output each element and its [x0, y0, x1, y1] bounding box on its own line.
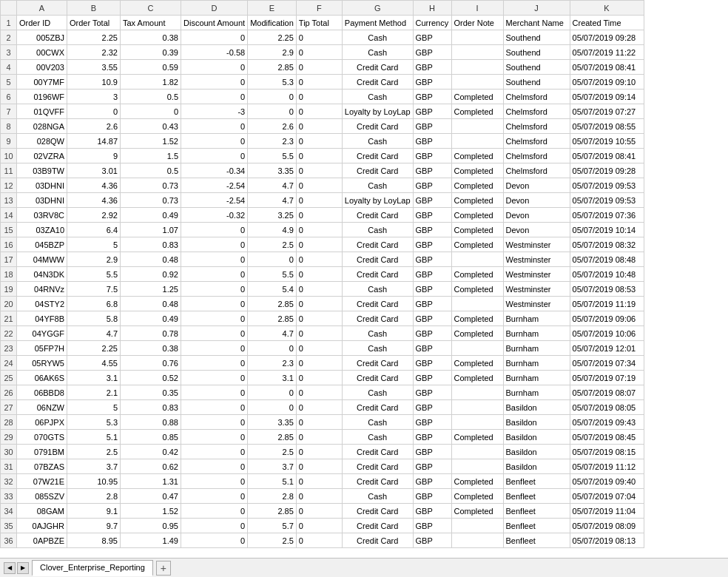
cell[interactable]: 045BZP	[17, 237, 67, 252]
cell[interactable]: 2.5	[248, 533, 297, 548]
cell[interactable]: 2.9	[248, 45, 297, 60]
sheet-tab-active[interactable]: Clover_Enterprise_Reporting	[32, 560, 153, 576]
cell[interactable]: Credit Card	[342, 356, 413, 371]
cell[interactable]: 0	[181, 326, 248, 341]
cell[interactable]: 0	[296, 474, 342, 489]
cell[interactable]: Devon	[503, 193, 570, 208]
cell[interactable]: 0	[296, 400, 342, 415]
cell[interactable]: 4.36	[67, 178, 121, 193]
cell[interactable]: 0.59	[121, 60, 181, 75]
cell[interactable]: 0	[181, 252, 248, 267]
cell[interactable]: 05/07/2019 10:55	[570, 134, 644, 149]
cell[interactable]: 2.25	[67, 341, 121, 356]
cell[interactable]: GBP	[413, 45, 451, 60]
cell[interactable]: Credit Card	[342, 533, 413, 548]
cell[interactable]: 0	[248, 252, 297, 267]
cell[interactable]: 05/07/2019 08:55	[570, 119, 644, 134]
cell[interactable]: 0	[296, 282, 342, 297]
cell[interactable]: GBP	[413, 60, 451, 75]
cell[interactable]: 3.7	[67, 459, 121, 474]
cell[interactable]: Credit Card	[342, 311, 413, 326]
cell[interactable]: 0.5	[121, 163, 181, 178]
cell[interactable]: GBP	[413, 415, 451, 430]
col-header-C[interactable]: C	[121, 1, 181, 16]
cell[interactable]: Credit Card	[342, 149, 413, 163]
cell[interactable]: Credit Card	[342, 267, 413, 282]
cell[interactable]: -0.58	[181, 45, 248, 60]
cell[interactable]: 0	[181, 60, 248, 75]
cell[interactable]: Completed	[451, 90, 503, 104]
cell[interactable]: Cash	[342, 385, 413, 400]
cell[interactable]: 4.7	[248, 193, 297, 208]
cell[interactable]	[451, 415, 503, 430]
cell[interactable]: 2.85	[248, 60, 297, 75]
cell[interactable]: 9.7	[67, 519, 121, 533]
cell[interactable]: 0	[296, 90, 342, 104]
cell[interactable]: 14.87	[67, 134, 121, 149]
cell[interactable]: Basildon	[503, 400, 570, 415]
cell[interactable]: 2.92	[67, 208, 121, 223]
cell[interactable]: 0	[181, 282, 248, 297]
cell[interactable]: Benfleet	[503, 474, 570, 489]
cell[interactable]: 05/07/2019 09:43	[570, 415, 644, 430]
cell[interactable]: 5	[67, 237, 121, 252]
cell[interactable]: 2.3	[248, 134, 297, 149]
cell[interactable]: Completed	[451, 474, 503, 489]
cell[interactable]: GBP	[413, 385, 451, 400]
cell[interactable]: 04RNVz	[17, 282, 67, 297]
cell[interactable]: 0.35	[121, 385, 181, 400]
cell[interactable]: Devon	[503, 178, 570, 193]
cell[interactable]: 0.73	[121, 178, 181, 193]
cell[interactable]: 0.47	[121, 489, 181, 504]
cell[interactable]: 0	[296, 504, 342, 519]
cell[interactable]: 06NZW	[17, 400, 67, 415]
cell[interactable]: Completed	[451, 104, 503, 119]
cell[interactable]: Chelmsford	[503, 104, 570, 119]
cell[interactable]: 5.1	[67, 430, 121, 445]
cell[interactable]: 05/07/2019 08:07	[570, 385, 644, 400]
cell[interactable]: 3.01	[67, 163, 121, 178]
cell[interactable]: 8.95	[67, 533, 121, 548]
cell[interactable]: 2.85	[248, 504, 297, 519]
cell[interactable]: 0	[296, 178, 342, 193]
cell[interactable]: 0	[296, 385, 342, 400]
cell[interactable]: Credit Card	[342, 163, 413, 178]
cell[interactable]: GBP	[413, 311, 451, 326]
col-header-G[interactable]: G	[342, 1, 413, 16]
cell[interactable]: 04MWW	[17, 252, 67, 267]
cell[interactable]: Burnham	[503, 326, 570, 341]
cell[interactable]: 0	[296, 267, 342, 282]
cell[interactable]: 0	[296, 208, 342, 223]
cell[interactable]: Credit Card	[342, 474, 413, 489]
cell[interactable]: Benfleet	[503, 519, 570, 533]
cell[interactable]: 0.78	[121, 326, 181, 341]
cell[interactable]: 2.6	[67, 119, 121, 134]
cell[interactable]: 0	[181, 445, 248, 459]
cell[interactable]: Westminster	[503, 297, 570, 311]
cell[interactable]: 0.49	[121, 208, 181, 223]
cell[interactable]: 3.25	[248, 208, 297, 223]
cell[interactable]	[451, 134, 503, 149]
cell[interactable]: 0.49	[121, 311, 181, 326]
cell[interactable]: 0	[181, 415, 248, 430]
cell[interactable]: 01QVFF	[17, 104, 67, 119]
cell[interactable]: Cash	[342, 430, 413, 445]
cell[interactable]: GBP	[413, 104, 451, 119]
cell[interactable]: 0.48	[121, 297, 181, 311]
cell[interactable]: 5.5	[248, 149, 297, 163]
cell[interactable]: 0	[67, 104, 121, 119]
add-sheet-button[interactable]: +	[156, 561, 171, 576]
cell[interactable]: 00V203	[17, 60, 67, 75]
cell[interactable]: Credit Card	[342, 504, 413, 519]
cell[interactable]: 0	[181, 134, 248, 149]
cell[interactable]: 0.43	[121, 119, 181, 134]
cell[interactable]: 0	[181, 356, 248, 371]
cell[interactable]: Credit Card	[342, 60, 413, 75]
header-paymentmethod[interactable]: Payment Method	[342, 16, 413, 30]
cell[interactable]: Basildon	[503, 415, 570, 430]
cell[interactable]: Devon	[503, 208, 570, 223]
cell[interactable]: 05/07/2019 10:48	[570, 267, 644, 282]
cell[interactable]: GBP	[413, 326, 451, 341]
cell[interactable]: GBP	[413, 223, 451, 237]
cell[interactable]: 3.35	[248, 415, 297, 430]
